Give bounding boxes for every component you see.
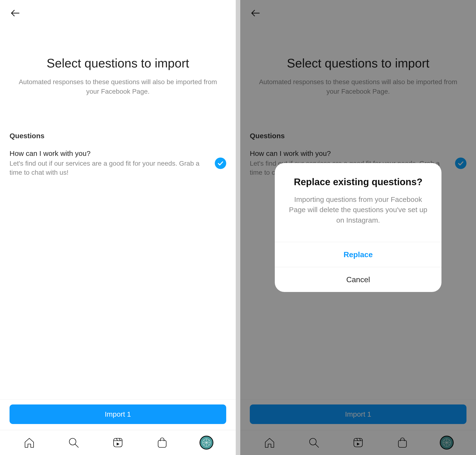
home-icon[interactable] xyxy=(22,435,36,450)
dialog-title: Replace existing questions? xyxy=(288,176,428,187)
question-text: How can I work with you? Let's find out … xyxy=(9,149,215,177)
replace-dialog: Replace existing questions? Importing qu… xyxy=(275,163,442,292)
profile-avatar[interactable] xyxy=(199,435,214,450)
page-subtitle: Automated responses to these questions w… xyxy=(17,77,219,96)
check-icon[interactable] xyxy=(215,158,226,169)
back-arrow-icon[interactable] xyxy=(9,7,226,20)
shop-icon[interactable] xyxy=(155,435,169,450)
replace-button[interactable]: Replace xyxy=(275,242,442,267)
svg-rect-1 xyxy=(114,438,122,447)
import-bar: Import 1 xyxy=(0,399,236,430)
screen-replace-dialog: Select questions to import Automated res… xyxy=(240,0,476,455)
reels-icon[interactable] xyxy=(111,435,125,450)
questions-section-heading: Questions xyxy=(0,106,236,147)
cancel-button[interactable]: Cancel xyxy=(275,267,442,292)
modal-overlay[interactable]: Replace existing questions? Importing qu… xyxy=(240,0,476,455)
page-title: Select questions to import xyxy=(17,56,219,71)
bottom-nav xyxy=(0,430,236,455)
question-description: Let's find out if our services are a goo… xyxy=(9,159,210,177)
dialog-message: Importing questions from your Facebook P… xyxy=(288,194,428,226)
screen-select-questions: Select questions to import Automated res… xyxy=(0,0,236,455)
title-block: Select questions to import Automated res… xyxy=(0,22,236,106)
header xyxy=(0,0,236,22)
question-row[interactable]: How can I work with you? Let's find out … xyxy=(0,147,236,182)
svg-rect-2 xyxy=(158,440,166,447)
import-button[interactable]: Import 1 xyxy=(9,405,226,424)
search-icon[interactable] xyxy=(66,435,81,450)
question-title: How can I work with you? xyxy=(9,149,210,158)
svg-point-0 xyxy=(69,438,76,445)
